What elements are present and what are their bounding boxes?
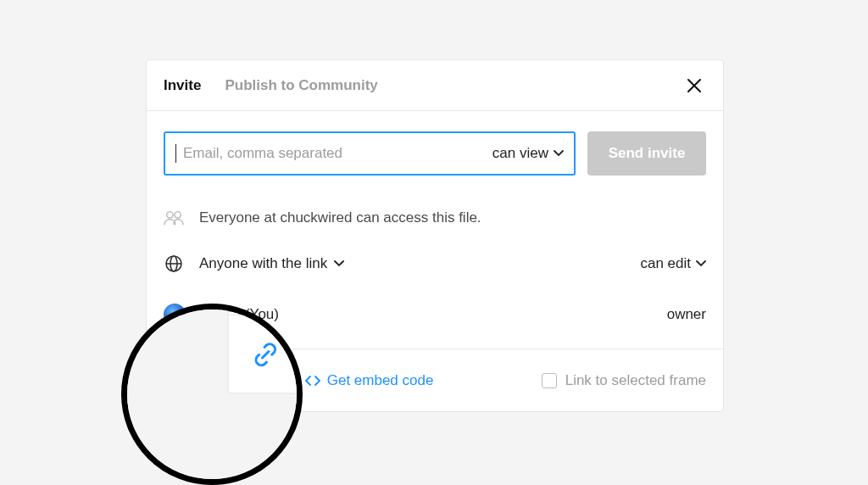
close-icon [687,78,702,93]
svg-point-0 [167,212,173,218]
chevron-down-icon [334,260,344,267]
chevron-down-icon [554,150,564,157]
user-name: k Rice (You) [201,306,652,323]
invite-permission-select[interactable]: can view [492,145,564,162]
org-access-text: Everyone at chuckwired can access this f… [199,209,706,226]
link-icon [164,368,189,393]
link-access-label-wrap: Anyone with the link [199,255,625,272]
tab-invite[interactable]: Invite [164,77,201,94]
svg-point-1 [175,212,181,218]
dialog-tabs: Invite Publish to Community [164,77,682,94]
globe-icon [164,254,184,274]
invite-row: can view Send invite [164,131,706,176]
dialog-footer: Copy link Get embed code Link to selecte… [147,348,723,411]
link-permission-label: can edit [640,255,691,272]
org-access-row: Everyone at chuckwired can access this f… [164,198,706,238]
link-selected-frame-label: Link to selected frame [565,372,706,389]
user-role: owner [667,306,706,323]
chevron-down-icon [696,260,706,267]
link-selected-frame-toggle[interactable]: Link to selected frame [542,372,706,389]
invite-permission-label: can view [492,145,548,162]
checkbox-icon [542,373,557,388]
avatar [164,304,186,326]
code-icon [305,375,320,387]
user-row: k Rice (You) owner [164,289,706,340]
people-icon [164,208,184,228]
text-cursor [175,144,176,163]
copy-link-label: Copy link [198,369,281,393]
dialog-header: Invite Publish to Community [147,60,723,111]
close-button[interactable] [682,74,706,98]
embed-code-button[interactable]: Get embed code [305,372,434,389]
link-access-row: Anyone with the link can edit [164,238,706,289]
share-dialog: Invite Publish to Community can view Sen… [146,59,724,412]
dialog-body: can view Send invite Everyone at chuckwi… [147,111,723,340]
email-input[interactable] [183,145,486,162]
tab-publish-community[interactable]: Publish to Community [225,77,377,94]
link-access-select[interactable]: Anyone with the link [199,255,625,272]
send-invite-button[interactable]: Send invite [587,131,706,176]
invite-input-box[interactable]: can view [164,131,576,176]
copy-link-button[interactable]: Copy link [164,368,281,393]
embed-code-label: Get embed code [327,372,434,389]
link-permission-select[interactable]: can edit [640,255,706,272]
link-access-label: Anyone with the link [199,255,327,272]
